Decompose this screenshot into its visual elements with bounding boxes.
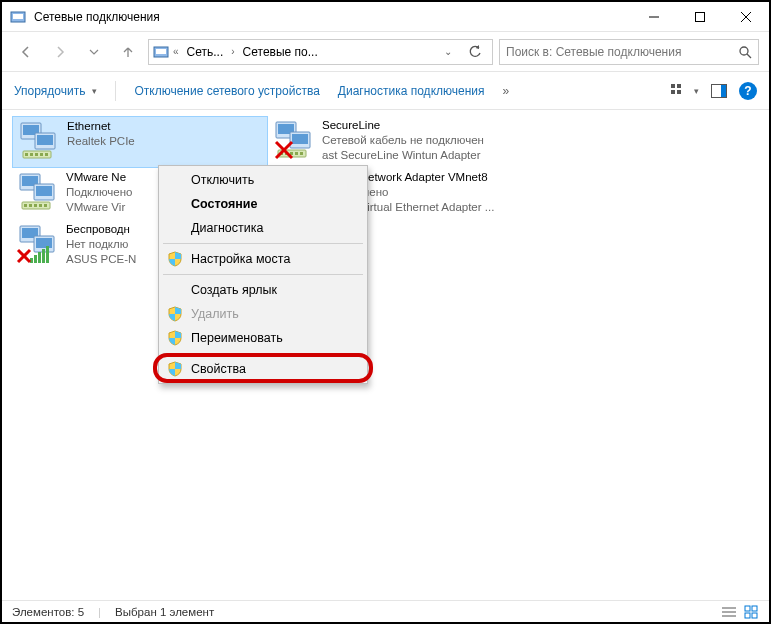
- menu-separator: [163, 243, 363, 244]
- menu-item[interactable]: Переименовать: [161, 326, 365, 350]
- svg-rect-13: [677, 90, 681, 94]
- svg-line-9: [747, 54, 751, 58]
- connection-name: Ethernet: [67, 119, 135, 134]
- menu-item[interactable]: Настройка моста: [161, 247, 365, 271]
- svg-rect-44: [29, 204, 32, 207]
- menu-item[interactable]: Отключить: [161, 168, 365, 192]
- menu-item: Удалить: [161, 302, 365, 326]
- connection-list: Ethernet Realtek PCIe SecureLine Сетевой…: [2, 112, 769, 598]
- statusbar: Элементов: 5 | Выбран 1 элемент: [2, 600, 769, 622]
- refresh-button[interactable]: [462, 45, 488, 59]
- connection-item[interactable]: Ethernet Realtek PCIe: [12, 116, 268, 168]
- search-input[interactable]: Поиск в: Сетевые подключения: [499, 39, 759, 65]
- search-placeholder: Поиск в: Сетевые подключения: [506, 45, 738, 59]
- svg-rect-73: [752, 606, 757, 611]
- back-button[interactable]: [12, 38, 40, 66]
- svg-rect-21: [25, 153, 28, 156]
- connection-adapter: ast SecureLine Wintun Adapter: [322, 148, 484, 163]
- svg-rect-1: [13, 14, 23, 19]
- svg-rect-75: [752, 613, 757, 618]
- svg-rect-47: [44, 204, 47, 207]
- connection-labels: Ethernet Realtek PCIe: [67, 119, 135, 149]
- large-icons-view-icon[interactable]: [743, 604, 759, 620]
- svg-rect-65: [42, 249, 45, 263]
- svg-rect-15: [721, 85, 726, 97]
- svg-rect-63: [34, 255, 37, 263]
- connection-status: Подключено: [66, 185, 133, 200]
- details-view-icon[interactable]: [721, 604, 737, 620]
- recent-dropdown[interactable]: [80, 38, 108, 66]
- svg-rect-7: [156, 49, 166, 54]
- menu-separator: [163, 274, 363, 275]
- breadcrumb-part[interactable]: Сетевые по...: [239, 45, 322, 59]
- window-frame: Сетевые подключения « Сеть... › Сетевые …: [0, 0, 771, 624]
- svg-point-8: [740, 47, 748, 55]
- uac-shield-icon: [167, 251, 183, 267]
- organize-button[interactable]: Упорядочить: [14, 84, 97, 98]
- close-button[interactable]: [723, 2, 769, 32]
- connection-adapter: VMware Vir: [66, 200, 133, 215]
- connection-adapter: ASUS PCE-N: [66, 252, 136, 267]
- svg-rect-3: [696, 12, 705, 21]
- svg-rect-45: [34, 204, 37, 207]
- history-dropdown[interactable]: ⌄: [438, 46, 458, 57]
- address-box[interactable]: « Сеть... › Сетевые по... ⌄: [148, 39, 493, 65]
- preview-pane-button[interactable]: [711, 84, 727, 98]
- menu-item-label: Настройка моста: [191, 252, 290, 266]
- connection-item[interactable]: SecureLine Сетевой кабель не подключен a…: [268, 116, 524, 168]
- menu-item-label: Переименовать: [191, 331, 283, 345]
- titlebar: Сетевые подключения: [2, 2, 769, 32]
- connection-name: SecureLine: [322, 118, 484, 133]
- chevron-icon: «: [173, 46, 179, 57]
- connection-labels: Беспроводн Нет подклю ASUS PCE-N: [66, 222, 136, 267]
- diagnose-button[interactable]: Диагностика подключения: [338, 84, 485, 98]
- search-icon: [738, 45, 752, 59]
- network-adapter-icon: [272, 118, 316, 162]
- maximize-button[interactable]: [677, 2, 723, 32]
- svg-rect-10: [671, 84, 675, 88]
- command-bar: Упорядочить Отключение сетевого устройст…: [2, 72, 769, 110]
- svg-rect-19: [37, 135, 53, 145]
- connection-labels: VMware Ne Подключено VMware Vir: [66, 170, 133, 215]
- help-button[interactable]: ?: [739, 82, 757, 100]
- view-options-button[interactable]: [671, 84, 699, 98]
- menu-item-label: Отключить: [191, 173, 254, 187]
- svg-rect-72: [745, 606, 750, 611]
- menu-item-label: Состояние: [191, 197, 257, 211]
- svg-rect-35: [300, 152, 303, 155]
- window-controls: [631, 2, 769, 32]
- svg-rect-66: [46, 246, 49, 263]
- menu-item-label: Диагностика: [191, 221, 263, 235]
- connection-adapter: Realtek PCIe: [67, 134, 135, 149]
- svg-rect-25: [45, 153, 48, 156]
- uac-shield-icon: [167, 306, 183, 322]
- network-adapter-icon: [16, 222, 60, 266]
- forward-button[interactable]: [46, 38, 74, 66]
- window-title: Сетевые подключения: [34, 10, 631, 24]
- svg-rect-41: [36, 186, 52, 196]
- svg-rect-61: [36, 238, 52, 248]
- svg-rect-34: [295, 152, 298, 155]
- more-button[interactable]: »: [503, 84, 510, 98]
- addressbar: « Сеть... › Сетевые по... ⌄ Поиск в: Сет…: [2, 32, 769, 72]
- connection-labels: SecureLine Сетевой кабель не подключен a…: [322, 118, 484, 163]
- menu-item[interactable]: Свойства: [161, 357, 365, 381]
- menu-item-label: Создать ярлык: [191, 283, 277, 297]
- app-icon: [10, 9, 26, 25]
- menu-item[interactable]: Состояние: [161, 192, 365, 216]
- uac-shield-icon: [167, 330, 183, 346]
- up-button[interactable]: [114, 38, 142, 66]
- network-adapter-icon: [16, 170, 60, 214]
- svg-rect-43: [24, 204, 27, 207]
- svg-rect-24: [40, 153, 43, 156]
- item-count: Элементов: 5: [12, 606, 84, 618]
- menu-item[interactable]: Создать ярлык: [161, 278, 365, 302]
- svg-rect-29: [292, 134, 308, 144]
- minimize-button[interactable]: [631, 2, 677, 32]
- menu-item[interactable]: Диагностика: [161, 216, 365, 240]
- breadcrumb-part[interactable]: Сеть...: [183, 45, 228, 59]
- menu-item-label: Свойства: [191, 362, 246, 376]
- disable-device-button[interactable]: Отключение сетевого устройства: [134, 84, 319, 98]
- uac-shield-icon: [167, 361, 183, 377]
- svg-rect-12: [671, 90, 675, 94]
